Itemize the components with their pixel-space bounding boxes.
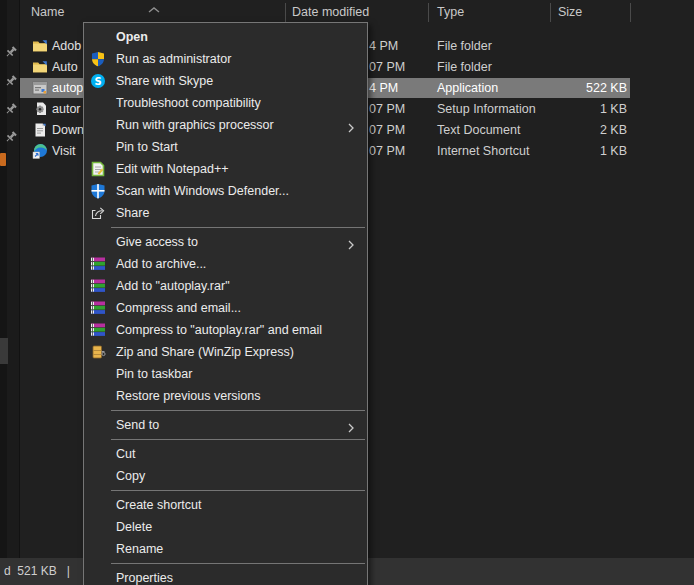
menu-item-label: Restore previous versions — [116, 389, 261, 403]
menu-item-open[interactable]: Open — [84, 26, 367, 48]
menu-item-label: Delete — [116, 520, 152, 534]
text-document-icon — [32, 122, 48, 138]
winzip-icon — [90, 344, 106, 360]
menu-item-edit-with-notepad-plus-plus[interactable]: Edit with Notepad++ — [84, 158, 367, 180]
file-type: Internet Shortcut — [437, 144, 529, 158]
column-divider[interactable] — [630, 3, 631, 22]
uac-shield-icon — [90, 51, 106, 67]
menu-item-label: Compress and email... — [116, 301, 241, 315]
winrar-icon — [90, 300, 106, 316]
file-date: 07 PM — [369, 144, 405, 158]
file-name: Visit — [52, 144, 75, 158]
winrar-icon — [90, 278, 106, 294]
menu-item-label: Pin to taskbar — [116, 367, 192, 381]
file-size: 522 KB — [550, 81, 627, 95]
application-icon — [32, 80, 48, 96]
notepad-plus-icon — [90, 161, 106, 177]
menu-separator — [111, 227, 365, 228]
menu-item-label: Cut — [116, 447, 135, 461]
menu-item-delete[interactable]: Delete — [84, 516, 367, 538]
file-name: autop — [52, 81, 83, 95]
column-divider[interactable] — [285, 3, 286, 22]
menu-item-zip-and-share-winzip[interactable]: Zip and Share (WinZip Express) — [84, 341, 367, 363]
menu-item-add-to-archive[interactable]: Add to archive... — [84, 253, 367, 275]
menu-item-label: Properties — [116, 571, 173, 585]
menu-item-label: Compress to "autoplay.rar" and email — [116, 323, 322, 337]
menu-item-compress-to-autoplay-rar-and-email[interactable]: Compress to "autoplay.rar" and email — [84, 319, 367, 341]
file-type: Text Document — [437, 123, 520, 137]
folder-icon — [32, 38, 48, 54]
menu-item-copy[interactable]: Copy — [84, 465, 367, 487]
file-name: Down — [52, 123, 84, 137]
column-header-name[interactable]: Name — [31, 5, 64, 19]
pin-icon — [4, 130, 18, 144]
menu-item-label: Share with Skype — [116, 74, 213, 88]
menu-item-label: Give access to — [116, 235, 198, 249]
menu-item-share[interactable]: Share — [84, 202, 367, 224]
file-date: 07 PM — [369, 123, 405, 137]
menu-separator — [111, 410, 365, 411]
menu-item-send-to[interactable]: Send to — [84, 414, 367, 436]
menu-item-run-as-administrator[interactable]: Run as administrator — [84, 48, 367, 70]
menu-item-restore-previous-versions[interactable]: Restore previous versions — [84, 385, 367, 407]
menu-separator — [111, 563, 365, 564]
status-bar-text: d 521 KB | — [4, 564, 70, 578]
winrar-icon — [90, 322, 106, 338]
menu-item-pin-to-start[interactable]: Pin to Start — [84, 136, 367, 158]
clipped-nav-icon — [0, 153, 6, 166]
menu-separator — [111, 490, 365, 491]
menu-item-label: Run with graphics processor — [116, 118, 274, 132]
menu-item-label: Scan with Windows Defender... — [116, 184, 289, 198]
file-type: File folder — [437, 60, 492, 74]
edge-shortcut-icon — [32, 143, 48, 159]
menu-item-give-access-to[interactable]: Give access to — [84, 231, 367, 253]
navigation-pane-edge — [0, 0, 19, 558]
column-divider[interactable] — [428, 3, 429, 22]
menu-item-label: Run as administrator — [116, 52, 231, 66]
menu-item-properties[interactable]: Properties — [84, 567, 367, 585]
file-type: Application — [437, 81, 498, 95]
menu-item-cut[interactable]: Cut — [84, 443, 367, 465]
file-name: Adob — [52, 39, 81, 53]
column-header-date-modified[interactable]: Date modified — [292, 5, 369, 19]
file-date: 07 PM — [369, 60, 405, 74]
menu-item-add-to-autoplay-rar[interactable]: Add to "autoplay.rar" — [84, 275, 367, 297]
menu-item-label: Add to "autoplay.rar" — [116, 279, 230, 293]
menu-item-scan-with-windows-defender[interactable]: Scan with Windows Defender... — [84, 180, 367, 202]
menu-item-label: Pin to Start — [116, 140, 178, 154]
sort-ascending-icon[interactable] — [147, 0, 161, 8]
menu-item-label: Add to archive... — [116, 257, 206, 271]
column-header-type[interactable]: Type — [437, 5, 464, 19]
menu-item-label: Troubleshoot compatibility — [116, 96, 261, 110]
file-type: File folder — [437, 39, 492, 53]
menu-item-compress-and-email[interactable]: Compress and email... — [84, 297, 367, 319]
nav-scrollbar-thumb[interactable] — [0, 338, 8, 364]
menu-item-rename[interactable]: Rename — [84, 538, 367, 560]
column-divider[interactable] — [550, 3, 551, 22]
menu-item-label: Open — [116, 30, 148, 44]
file-date: 4 PM — [369, 39, 398, 53]
submenu-chevron-icon — [347, 119, 357, 131]
menu-item-label: Edit with Notepad++ — [116, 162, 229, 176]
menu-item-troubleshoot-compatibility[interactable]: Troubleshoot compatibility — [84, 92, 367, 114]
menu-separator — [111, 439, 365, 440]
menu-item-label: Send to — [116, 418, 159, 432]
context-menu: Open Run as administrator S Share with S… — [83, 22, 368, 585]
file-size: 2 KB — [550, 123, 627, 137]
file-name: Auto — [52, 60, 78, 74]
winrar-icon — [90, 256, 106, 272]
submenu-chevron-icon — [347, 236, 357, 248]
file-size: 1 KB — [550, 144, 627, 158]
menu-item-pin-to-taskbar[interactable]: Pin to taskbar — [84, 363, 367, 385]
folder-icon — [32, 59, 48, 75]
defender-shield-icon — [90, 183, 106, 199]
pin-icon — [4, 102, 18, 116]
column-header-size[interactable]: Size — [558, 5, 582, 19]
menu-item-create-shortcut[interactable]: Create shortcut — [84, 494, 367, 516]
menu-item-run-with-graphics-processor[interactable]: Run with graphics processor — [84, 114, 367, 136]
share-icon — [90, 205, 106, 221]
menu-item-share-with-skype[interactable]: S Share with Skype — [84, 70, 367, 92]
pin-icon — [4, 74, 18, 88]
setup-information-icon — [32, 101, 48, 117]
svg-text:S: S — [94, 76, 101, 87]
